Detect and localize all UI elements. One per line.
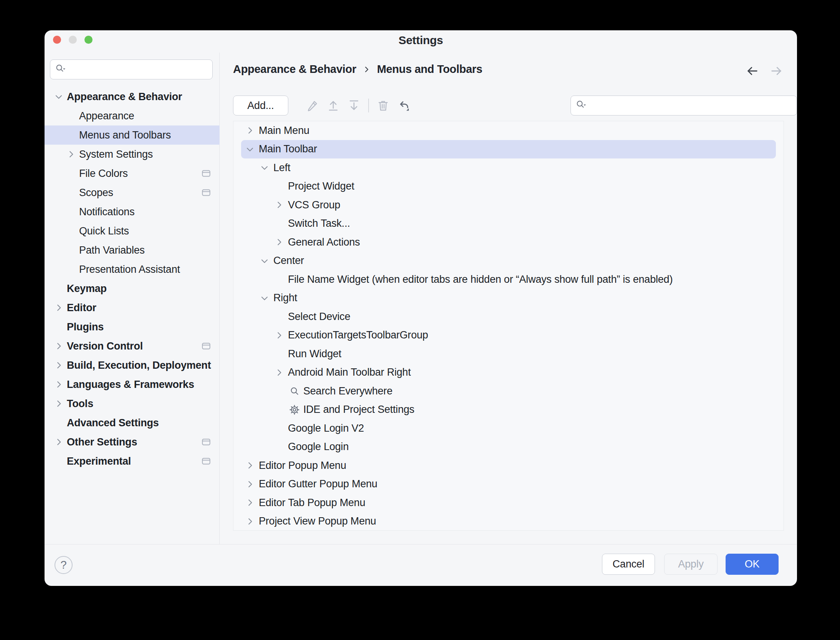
chevron-spacer: [273, 404, 285, 416]
sidebar-item-build-execution-deployment[interactable]: Build, Execution, Deployment: [45, 356, 220, 375]
tree-item-file-name-widget-when-editor-tabs-are-hidden-or-always-show-full-path-is-enabled[interactable]: File Name Widget (when editor tabs are h…: [241, 270, 776, 289]
tree-item-editor-popup-menu[interactable]: Editor Popup Menu: [241, 456, 776, 475]
move-down-button[interactable]: [346, 97, 362, 114]
sidebar-item-keymap[interactable]: Keymap: [45, 279, 220, 298]
title-bar[interactable]: Settings: [45, 30, 797, 53]
sidebar-item-advanced-settings[interactable]: Advanced Settings: [45, 413, 220, 432]
chevron-right-icon[interactable]: [273, 367, 285, 378]
chevron-down-icon[interactable]: [259, 292, 270, 304]
sidebar-item-notifications[interactable]: Notifications: [45, 202, 220, 221]
sidebar-item-experimental[interactable]: Experimental: [45, 452, 220, 471]
revert-button[interactable]: [396, 97, 412, 114]
tree-item-project-widget[interactable]: Project Widget: [241, 177, 776, 196]
tree-item-select-device[interactable]: Select Device: [241, 307, 776, 326]
chevron-spacer: [273, 441, 285, 453]
chevron-right-icon[interactable]: [54, 341, 64, 351]
chevron-spacer: [54, 284, 64, 294]
chevron-right-icon[interactable]: [54, 360, 64, 370]
sidebar-search-field[interactable]: [50, 59, 213, 79]
tree-item-ide-and-project-settings[interactable]: IDE and Project Settings: [241, 401, 776, 419]
settings-content: Appearance & Behavior Menus and Toolbars…: [220, 53, 797, 544]
chevron-down-icon[interactable]: [259, 162, 270, 173]
tree-item-android-main-toolbar-right[interactable]: Android Main Toolbar Right: [241, 363, 776, 382]
chevron-down-icon[interactable]: [259, 255, 270, 267]
sidebar-item-appearance-behavior[interactable]: Appearance & Behavior: [45, 87, 220, 106]
delete-button[interactable]: [375, 97, 391, 114]
tree-item-center[interactable]: Center: [241, 252, 776, 271]
tree-item-main-menu[interactable]: Main Menu: [241, 121, 776, 140]
apply-button[interactable]: Apply: [664, 554, 718, 575]
tree-item-editor-gutter-popup-menu[interactable]: Editor Gutter Popup Menu: [241, 475, 776, 494]
sidebar-nav-list: Appearance & Behavior Appearance Menus a…: [45, 87, 220, 471]
chevron-spacer: [273, 218, 285, 229]
sidebar-search-input[interactable]: [69, 62, 212, 77]
help-button[interactable]: ?: [55, 556, 73, 574]
project-config-icon: [201, 456, 211, 466]
sidebar-item-editor[interactable]: Editor: [45, 298, 220, 317]
tree-item-search-everywhere[interactable]: Search Everywhere: [241, 382, 776, 401]
chevron-right-icon[interactable]: [273, 330, 285, 341]
history-arrows: [746, 64, 783, 78]
chevron-spacer: [273, 422, 285, 434]
tree-item-general-actions[interactable]: General Actions: [241, 233, 776, 252]
chevron-spacer: [66, 188, 76, 198]
chevron-right-icon[interactable]: [54, 379, 64, 389]
sidebar-item-appearance[interactable]: Appearance: [45, 106, 220, 125]
sidebar-item-path-variables[interactable]: Path Variables: [45, 241, 220, 260]
tree-item-project-view-popup-menu[interactable]: Project View Popup Menu: [241, 512, 776, 531]
tree-item-vcs-group[interactable]: VCS Group: [241, 196, 776, 214]
ok-button[interactable]: OK: [726, 554, 779, 575]
sidebar-item-file-colors[interactable]: File Colors: [45, 164, 220, 183]
tree-item-left[interactable]: Left: [241, 158, 776, 177]
edit-button[interactable]: [304, 97, 321, 114]
cancel-button[interactable]: Cancel: [602, 554, 655, 575]
tree-search-input[interactable]: [589, 98, 797, 113]
chevron-right-icon[interactable]: [66, 149, 76, 159]
chevron-spacer: [273, 348, 285, 360]
chevron-right-icon[interactable]: [244, 460, 256, 471]
chevron-spacer: [273, 385, 285, 397]
tree-item-main-toolbar[interactable]: Main Toolbar: [241, 140, 776, 159]
chevron-spacer: [66, 130, 76, 140]
chevron-right-icon[interactable]: [244, 497, 256, 508]
chevron-right-icon[interactable]: [244, 478, 256, 490]
tree-item-editor-tab-popup-menu[interactable]: Editor Tab Popup Menu: [241, 493, 776, 512]
chevron-right-icon[interactable]: [54, 399, 64, 409]
sidebar-item-plugins[interactable]: Plugins: [45, 317, 220, 336]
chevron-right-icon[interactable]: [273, 236, 285, 248]
add-button[interactable]: Add...: [233, 96, 288, 115]
chevron-right-icon[interactable]: [244, 125, 256, 136]
search-icon: [288, 384, 301, 398]
chevron-down-icon[interactable]: [244, 144, 256, 155]
sidebar-item-version-control[interactable]: Version Control: [45, 336, 220, 356]
back-icon[interactable]: [746, 64, 759, 78]
tree-search-field[interactable]: [570, 96, 797, 115]
chevron-spacer: [66, 168, 76, 178]
sidebar-item-scopes[interactable]: Scopes: [45, 183, 220, 202]
breadcrumb-parent[interactable]: Appearance & Behavior: [233, 63, 356, 76]
sidebar-item-languages-frameworks[interactable]: Languages & Frameworks: [45, 375, 220, 394]
chevron-down-icon[interactable]: [54, 92, 64, 102]
sidebar-item-system-settings[interactable]: System Settings: [45, 145, 220, 164]
chevron-right-icon[interactable]: [54, 437, 64, 447]
sidebar-item-quick-lists[interactable]: Quick Lists: [45, 221, 220, 241]
chevron-right-icon[interactable]: [54, 303, 64, 313]
tree-item-run-widget[interactable]: Run Widget: [241, 345, 776, 363]
chevron-spacer: [66, 245, 76, 255]
chevron-right-icon[interactable]: [244, 516, 256, 527]
tree-item-switch-task[interactable]: Switch Task...: [241, 214, 776, 233]
tree-item-google-login[interactable]: Google Login: [241, 438, 776, 457]
chevron-spacer: [66, 226, 76, 236]
move-up-button[interactable]: [325, 97, 341, 114]
tree-item-google-login-v2[interactable]: Google Login V2: [241, 419, 776, 438]
settings-window: Settings Appearance & Behavior Appearanc…: [45, 30, 797, 586]
toolbar-icon-buttons: [304, 96, 412, 115]
chevron-right-icon[interactable]: [273, 199, 285, 211]
tree-item-executiontargetstoolbargroup[interactable]: ExecutionTargetsToolbarGroup: [241, 326, 776, 345]
sidebar-item-menus-and-toolbars[interactable]: Menus and Toolbars: [45, 125, 220, 145]
breadcrumb: Appearance & Behavior Menus and Toolbars: [233, 63, 482, 76]
sidebar-item-presentation-assistant[interactable]: Presentation Assistant: [45, 260, 220, 279]
sidebar-item-tools[interactable]: Tools: [45, 394, 220, 413]
sidebar-item-other-settings[interactable]: Other Settings: [45, 432, 220, 452]
tree-item-right[interactable]: Right: [241, 289, 776, 308]
